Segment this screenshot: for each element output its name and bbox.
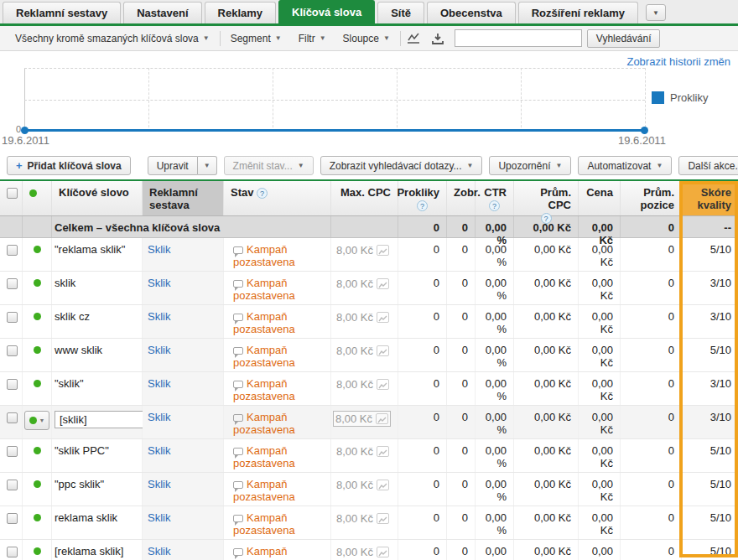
max-cpc-editable[interactable]: 8,00 Kč (335, 545, 391, 559)
max-cpc-editable[interactable]: 8,00 Kč (335, 444, 391, 459)
ad-group-link[interactable]: Sklik (148, 310, 170, 323)
row-checkbox[interactable] (7, 480, 18, 490)
alerts-button[interactable]: Upozornění▼ (489, 156, 571, 175)
row-checkbox[interactable] (7, 312, 18, 323)
search-button[interactable]: Vyhledávání (587, 29, 661, 48)
add-keywords-button[interactable]: + Přidat klíčová slova (7, 156, 131, 175)
header-max-cpc[interactable]: Max. CPC (331, 181, 398, 215)
row-checkbox[interactable] (7, 513, 18, 524)
filter-dropdown[interactable]: Filtr▼ (290, 33, 335, 44)
status-control[interactable]: ▼ (34, 380, 41, 387)
header-ad-group[interactable]: Reklamní sestava (143, 181, 224, 215)
max-cpc-editable[interactable]: 8,00 Kč (335, 277, 391, 291)
gridline (148, 68, 149, 132)
status-control[interactable]: ▼ (34, 346, 41, 354)
tab-site[interactable]: Sítě (377, 2, 424, 23)
ad-group-link[interactable]: Sklik (148, 444, 170, 457)
keyword-text[interactable]: [reklama sklik] (55, 545, 123, 557)
status-control[interactable]: ▼ (34, 514, 41, 521)
row-checkbox[interactable] (7, 547, 18, 557)
keyword-text[interactable]: "sklik PPC" (55, 444, 109, 457)
header-avg-cpc[interactable]: Prům. CPC? (514, 181, 579, 215)
row-checkbox[interactable] (7, 412, 18, 423)
chart-legend: Prokliky (652, 91, 709, 104)
header-ctr[interactable]: CTR? (476, 181, 514, 215)
change-history-link[interactable]: Zobrazit historii změn (626, 55, 730, 68)
keyword-text[interactable]: sklik (55, 277, 75, 289)
automate-button[interactable]: Automatizovat▼ (578, 156, 672, 175)
row-checkbox[interactable] (7, 446, 18, 457)
max-cpc-editable[interactable]: 8,00 Kč (335, 344, 391, 358)
ad-group-link[interactable]: Sklik (148, 277, 170, 289)
help-icon[interactable]: ? (257, 188, 268, 199)
edit-dropdown-button[interactable]: ▼ (198, 156, 217, 175)
max-cpc-value: 8,00 Kč (336, 512, 373, 525)
more-tabs-button[interactable]: ▼ (646, 4, 666, 21)
ad-group-link[interactable]: Sklik (148, 377, 170, 390)
ctr-cell: 0,00 % (476, 473, 514, 506)
status-control[interactable]: ▼ (24, 411, 50, 430)
status-control[interactable]: ▼ (34, 313, 41, 320)
status-control[interactable]: ▼ (34, 279, 41, 287)
max-cpc-editable[interactable]: 8,00 Kč (335, 478, 391, 492)
max-cpc-editable[interactable]: 8,00 Kč (335, 243, 391, 257)
header-checkbox-cell (0, 181, 23, 215)
avg-cpc-cell: 0,00 Kč (514, 339, 579, 371)
header-state[interactable]: Stav ? (224, 181, 331, 215)
more-actions-button[interactable]: Další akce...▼ (678, 156, 738, 175)
keyword-text[interactable]: "sklik" (55, 377, 84, 390)
keyword-text[interactable]: reklama sklik (55, 511, 117, 524)
tab-nastaveni[interactable]: Nastavení (123, 2, 201, 23)
show-search-queries-button[interactable]: Zobrazit vyhledávací dotazy...▼ (320, 156, 483, 175)
help-icon[interactable]: ? (489, 200, 500, 211)
ad-group-link[interactable]: Sklik (148, 511, 170, 524)
help-icon[interactable]: ? (417, 200, 428, 211)
tab-obecenstva[interactable]: Obecenstva (427, 2, 516, 23)
chevron-down-icon: ▼ (652, 9, 659, 17)
view-filter-dropdown[interactable]: Všechny kromě smazaných klíčová slova▼ (7, 33, 218, 44)
tab-reklamni-sestavy[interactable]: Reklamní sestavy (3, 2, 121, 23)
ad-group-link[interactable]: Sklik (148, 243, 170, 256)
table-row: ▼ [sklik] Sklik Kampaň pozastavena 8,00 … (0, 406, 738, 439)
max-cpc-editable[interactable]: 8,00 Kč (335, 377, 391, 391)
clicks-cell: 0 (398, 238, 447, 271)
row-checkbox[interactable] (7, 379, 18, 390)
row-checkbox[interactable] (7, 245, 18, 256)
status-control[interactable]: ▼ (34, 447, 41, 454)
header-avg-position[interactable]: Prům. pozice (621, 181, 682, 215)
download-icon[interactable] (429, 32, 446, 45)
max-cpc-editable[interactable]: 8,00 Kč (335, 310, 391, 324)
max-cpc-editable[interactable]: 8,00 Kč (333, 411, 391, 427)
columns-dropdown[interactable]: Sloupce▼ (335, 33, 398, 44)
line-chart-icon[interactable] (406, 32, 423, 45)
header-quality-score[interactable]: Skóre kvality (682, 181, 738, 215)
keyword-text[interactable]: sklik cz (55, 310, 90, 323)
totals-max-cpc (331, 216, 398, 237)
row-checkbox[interactable] (7, 345, 18, 356)
status-control[interactable]: ▼ (34, 246, 41, 253)
header-clicks[interactable]: Prokliky? (398, 181, 447, 215)
max-cpc-editable[interactable]: 8,00 Kč (335, 511, 391, 526)
keyword-text[interactable]: "ppc sklik" (55, 478, 104, 490)
header-keyword[interactable]: Klíčové slovo (52, 181, 143, 215)
header-cost[interactable]: Cena (579, 181, 621, 215)
tab-rozsireni-reklamy[interactable]: Rozšíření reklamy (518, 2, 638, 23)
header-impressions[interactable]: Zobr. (447, 181, 476, 215)
keyword-text[interactable]: www sklik (55, 344, 102, 356)
change-state-button[interactable]: Změnit stav...▼ (224, 156, 314, 175)
keyword-text[interactable]: [sklik] (55, 411, 143, 428)
ad-group-link[interactable]: Sklik (148, 545, 170, 557)
ad-group-link[interactable]: Sklik (148, 411, 170, 423)
tab-reklamy[interactable]: Reklamy (205, 2, 276, 23)
ad-group-link[interactable]: Sklik (148, 344, 170, 356)
segment-dropdown[interactable]: Segment▼ (222, 33, 290, 44)
row-checkbox[interactable] (7, 278, 18, 289)
ad-group-link[interactable]: Sklik (148, 478, 170, 490)
edit-button[interactable]: Upravit (148, 156, 198, 175)
search-input[interactable] (455, 29, 582, 47)
status-control[interactable]: ▼ (34, 480, 41, 488)
keyword-text[interactable]: "reklama sklik" (55, 243, 125, 256)
select-all-checkbox[interactable] (7, 188, 18, 199)
status-control[interactable]: ▼ (34, 547, 41, 555)
tab-klicova-slova[interactable]: Klíčová slova (278, 0, 375, 23)
